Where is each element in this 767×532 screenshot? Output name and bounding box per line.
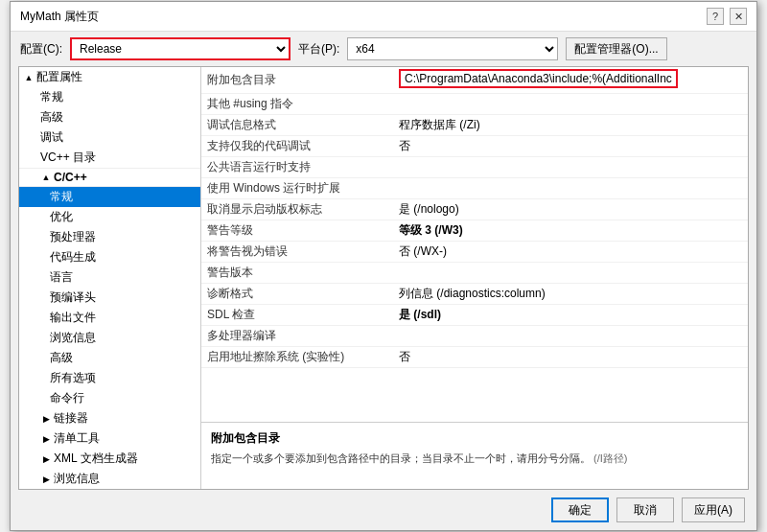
tree-group-cpp-label: C/C++: [54, 171, 87, 184]
tree-item-advanced[interactable]: 高级: [19, 107, 200, 127]
expand-cpp-icon: ▲: [40, 172, 52, 183]
prop-name-asan: 启用地址擦除系统 (实验性): [201, 347, 393, 368]
expand-manifest-icon: ▶: [40, 433, 52, 445]
info-desc: 指定一个或多个要添加到包含路径中的目录；当目录不止一个时，请用分号分隔。 (/I…: [211, 451, 738, 467]
prop-name-warnings-error: 将警告视为错误: [201, 242, 393, 263]
expand-browse-icon: ▶: [40, 474, 52, 485]
expand-xml-icon: ▶: [40, 453, 52, 465]
prop-row-warnings-error: 将警告视为错误 否 (/WX-): [201, 242, 748, 263]
left-panel: ▲ 配置属性 常规 高级 调试 VC++ 目录 ▲ C/C++ 常规 优化 预处…: [19, 67, 201, 489]
platform-select[interactable]: x64: [347, 37, 558, 60]
main-area: ▲ 配置属性 常规 高级 调试 VC++ 目录 ▲ C/C++ 常规 优化 预处…: [18, 66, 749, 490]
tree-group-xml[interactable]: ▶ XML 文档生成器: [19, 449, 200, 469]
prop-name-nologo: 取消显示启动版权标志: [201, 199, 393, 220]
title-bar-buttons: ? ✕: [707, 8, 747, 25]
prop-row-nologo: 取消显示启动版权标志 是 (/nologo): [201, 199, 748, 220]
prop-value-asan: 否: [393, 347, 748, 368]
prop-row-sdl: SDL 检查 是 (/sdl): [201, 305, 748, 326]
prop-value-winrt: [393, 178, 748, 199]
tree-item-cmdline[interactable]: 命令行: [19, 388, 200, 408]
config-label: 配置(C):: [20, 41, 62, 58]
prop-name-diagnostics: 诊断格式: [201, 284, 393, 305]
prop-value-warning-version: [393, 263, 748, 284]
prop-value-debug-format: 程序数据库 (/Zi): [393, 115, 748, 136]
tree-group-manifest-label: 清单工具: [54, 430, 100, 447]
prop-row-warning-version: 警告版本: [201, 263, 748, 284]
tree-item-vc-dirs[interactable]: VC++ 目录: [19, 148, 200, 168]
tree-item-browse-info[interactable]: 浏览信息: [19, 328, 200, 348]
prop-name-winrt: 使用 Windows 运行时扩展: [201, 178, 393, 199]
footer: 确定 取消 应用(A): [11, 490, 756, 530]
prop-row-just-my-code: 支持仅我的代码调试 否: [201, 136, 748, 157]
apply-button[interactable]: 应用(A): [682, 497, 745, 522]
tree-item-precompiled-header[interactable]: 预编译头: [19, 288, 200, 308]
cancel-button[interactable]: 取消: [616, 497, 674, 522]
prop-value-using: [393, 94, 748, 115]
prop-value-nologo: 是 (/nologo): [393, 199, 748, 220]
prop-name-just-my-code: 支持仅我的代码调试: [201, 136, 393, 157]
prop-name-warning-level: 警告等级: [201, 220, 393, 242]
close-button[interactable]: ✕: [730, 8, 747, 25]
prop-row-winrt: 使用 Windows 运行时扩展: [201, 178, 748, 199]
tree-item-codegen[interactable]: 代码生成: [19, 247, 200, 267]
include-dirs-value: C:\ProgramData\Anaconda3\include;%(Addit…: [399, 69, 678, 88]
prop-value-just-my-code: 否: [393, 136, 748, 157]
prop-value-warnings-error: 否 (/WX-): [393, 242, 748, 263]
tree-item-cpp-general[interactable]: 常规: [19, 187, 200, 207]
expand-linker-icon: ▶: [40, 413, 52, 425]
tree-item-preprocessor[interactable]: 预处理器: [19, 227, 200, 247]
tree-root-label: 配置属性: [36, 69, 82, 85]
prop-row-multiproc: 多处理器编译: [201, 326, 748, 347]
prop-value-diagnostics: 列信息 (/diagnostics:column): [393, 284, 748, 305]
info-title: 附加包含目录: [211, 430, 738, 447]
tree-group-manifest[interactable]: ▶ 清单工具: [19, 428, 200, 449]
tree-item-cpp-advanced[interactable]: 高级: [19, 348, 200, 368]
prop-row-warning-level: 警告等级 等级 3 (/W3): [201, 220, 748, 242]
title-bar: MyMath 属性页 ? ✕: [11, 2, 756, 32]
tree-item-general[interactable]: 常规: [19, 87, 200, 107]
tree-item-output-files[interactable]: 输出文件: [19, 308, 200, 328]
info-desc-text: 指定一个或多个要添加到包含路径中的目录；当目录不止一个时，请用分号分隔。: [211, 452, 591, 464]
prop-row-using: 其他 #using 指令: [201, 94, 748, 115]
prop-row-debug-format: 调试信息格式 程序数据库 (/Zi): [201, 115, 748, 136]
prop-name-warning-version: 警告版本: [201, 263, 393, 284]
prop-name-multiproc: 多处理器编译: [201, 326, 393, 347]
tree-group-linker[interactable]: ▶ 链接器: [19, 408, 200, 428]
prop-value-clr: [393, 157, 748, 178]
tree-item-language[interactable]: 语言: [19, 267, 200, 288]
dialog-title: MyMath 属性页: [20, 9, 99, 25]
platform-label: 平台(P):: [298, 41, 339, 58]
prop-name-debug-format: 调试信息格式: [201, 115, 393, 136]
tree-group-cpp[interactable]: ▲ C/C++: [19, 168, 200, 187]
tree-group-browse-label: 浏览信息: [54, 471, 100, 487]
tree-root[interactable]: ▲ 配置属性: [19, 67, 200, 87]
toolbar: 配置(C): Release 平台(P): x64 配置管理器(O)...: [11, 32, 756, 66]
properties-dialog: MyMath 属性页 ? ✕ 配置(C): Release 平台(P): x64…: [10, 1, 757, 531]
prop-row-include-dirs: 附加包含目录 C:\ProgramData\Anaconda3\include;…: [201, 67, 748, 94]
ok-button[interactable]: 确定: [551, 497, 609, 522]
prop-row-asan: 启用地址擦除系统 (实验性) 否: [201, 347, 748, 368]
tree-group-linker-label: 链接器: [54, 410, 88, 427]
prop-name-using: 其他 #using 指令: [201, 94, 393, 115]
prop-value-include-dirs[interactable]: C:\ProgramData\Anaconda3\include;%(Addit…: [393, 67, 748, 94]
info-panel: 附加包含目录 指定一个或多个要添加到包含路径中的目录；当目录不止一个时，请用分号…: [201, 422, 748, 489]
prop-value-multiproc: [393, 326, 748, 347]
prop-name-include-dirs: 附加包含目录: [201, 67, 393, 94]
info-suffix: (/I路径): [593, 452, 627, 464]
tree-group-browse[interactable]: ▶ 浏览信息: [19, 469, 200, 489]
tree-item-all-options[interactable]: 所有选项: [19, 368, 200, 388]
collapse-icon: ▲: [23, 72, 35, 83]
tree-group-xml-label: XML 文档生成器: [54, 451, 138, 467]
help-button[interactable]: ?: [707, 8, 724, 25]
prop-name-clr: 公共语言运行时支持: [201, 157, 393, 178]
prop-row-clr: 公共语言运行时支持: [201, 157, 748, 178]
tree-item-debug[interactable]: 调试: [19, 127, 200, 148]
prop-name-sdl: SDL 检查: [201, 305, 393, 326]
prop-value-sdl: 是 (/sdl): [393, 305, 748, 326]
prop-row-diagnostics: 诊断格式 列信息 (/diagnostics:column): [201, 284, 748, 305]
config-select[interactable]: Release: [70, 37, 291, 60]
config-manager-button[interactable]: 配置管理器(O)...: [566, 37, 666, 60]
prop-value-warning-level: 等级 3 (/W3): [393, 220, 748, 242]
tree-item-optimization[interactable]: 优化: [19, 207, 200, 227]
property-table: 附加包含目录 C:\ProgramData\Anaconda3\include;…: [201, 67, 748, 368]
